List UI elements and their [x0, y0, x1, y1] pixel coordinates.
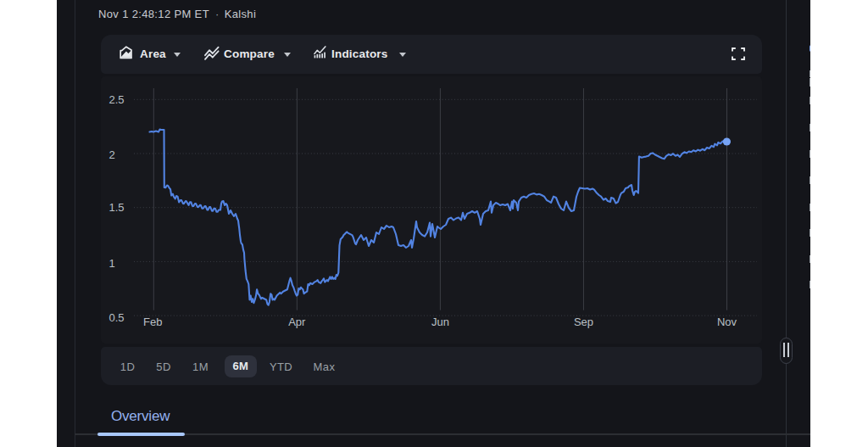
svg-text:2.5: 2.5 — [109, 93, 125, 106]
svg-text:1: 1 — [109, 257, 115, 270]
svg-text:Sep: Sep — [574, 316, 593, 328]
svg-text:1.5: 1.5 — [109, 201, 125, 214]
svg-text:Feb: Feb — [143, 316, 162, 328]
svg-text:Nov: Nov — [717, 316, 737, 328]
svg-text:Apr: Apr — [288, 316, 306, 328]
svg-text:Jun: Jun — [431, 316, 449, 328]
svg-text:2: 2 — [109, 148, 115, 161]
svg-text:0.5: 0.5 — [109, 311, 125, 324]
